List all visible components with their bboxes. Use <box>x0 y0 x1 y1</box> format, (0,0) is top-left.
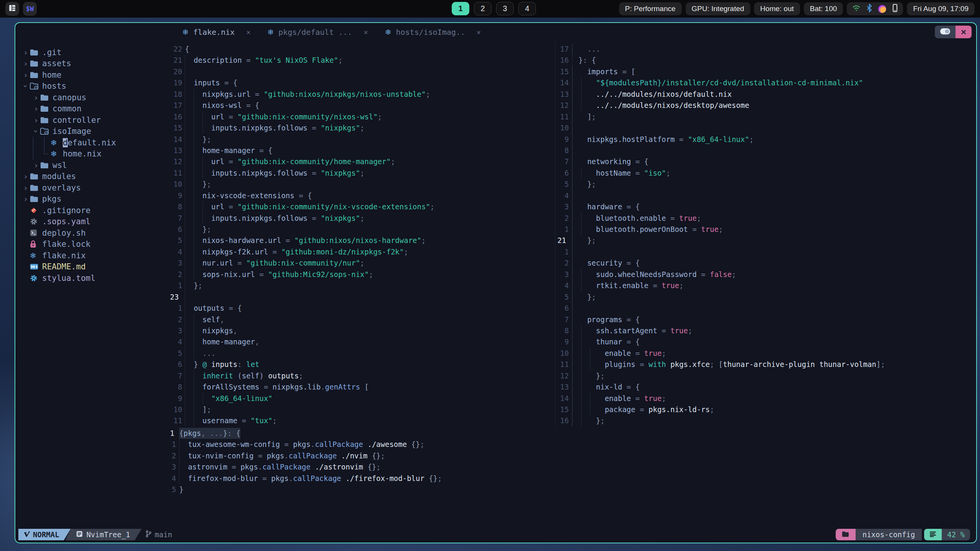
tree-item-flake-nix[interactable]: ❄flake.nix <box>15 250 168 261</box>
tree-item--gitignore[interactable]: .gitignore <box>15 205 168 216</box>
editor-pane-flake-nix[interactable]: 22{21 description = "tux's NixOS Flake";… <box>168 44 555 427</box>
indent-guide <box>590 348 590 359</box>
tab-close-icon[interactable]: × <box>477 28 481 36</box>
editor-pane-pkgs-default-nix[interactable]: 1{pkgs, ...}: {1 tux-awesome-wm-config =… <box>168 428 975 496</box>
chevron-closed-icon[interactable]: › <box>21 48 30 57</box>
tab-close-icon[interactable]: × <box>364 28 368 36</box>
workspace-button-1[interactable]: 1 <box>452 2 469 15</box>
bluetooth-icon[interactable] <box>867 4 872 14</box>
code-text: security = { <box>572 258 640 269</box>
chevron-open-icon[interactable]: › <box>31 127 41 135</box>
tab-flake-nix[interactable]: ❄flake.nix× <box>182 28 251 37</box>
tree-item-controller[interactable]: ›controller <box>15 114 168 126</box>
tab-pkgs-default-[interactable]: ❄pkgs/default ...× <box>268 28 368 37</box>
line-number: 8 <box>168 381 182 393</box>
chevron-closed-icon[interactable]: › <box>32 104 40 113</box>
tree-item-isoimage[interactable]: ›isoImage <box>15 126 168 137</box>
indent-guide <box>185 111 185 122</box>
line-number: 22 <box>168 44 182 55</box>
indent-guide <box>203 156 203 167</box>
indent-guide <box>572 66 573 77</box>
indent-guide <box>185 168 185 179</box>
code-line: 9 thunar = { <box>556 336 975 347</box>
tree-item-stylua-toml[interactable]: stylua.toml <box>15 272 168 284</box>
code-line: 10 }; <box>168 179 555 190</box>
code-text: }; <box>572 370 605 381</box>
tree-item-hosts[interactable]: ›hosts <box>15 81 168 92</box>
tree-item-home-nix[interactable]: ❄home.nix <box>15 148 168 160</box>
app-launcher-button[interactable] <box>5 2 19 16</box>
tree-item-modules[interactable]: ›modules <box>15 171 168 183</box>
tree-item-default-nix[interactable]: ❄default.nix <box>15 137 168 148</box>
terminal-icon <box>30 229 40 236</box>
code-text: thunar = { <box>572 336 640 347</box>
chevron-closed-icon[interactable]: › <box>21 194 30 204</box>
toggle-button[interactable] <box>935 26 956 38</box>
chevron-closed-icon[interactable]: › <box>21 70 30 80</box>
tree-item-overlays[interactable]: ›overlays <box>15 182 168 194</box>
workspace-button-4[interactable]: 4 <box>518 2 536 15</box>
tree-item--git[interactable]: ›.git <box>15 47 168 58</box>
line-number: 11 <box>168 168 182 179</box>
nvimtree-file-explorer[interactable]: ›.git›assets›home›hosts›canopus›common›c… <box>15 41 168 512</box>
workspace-button-3[interactable]: 3 <box>496 2 514 15</box>
code-line: 2 sops-nix.url = "github:Mic92/sops-nix"… <box>168 269 555 280</box>
code-text: home-manager = { <box>185 145 273 156</box>
chevron-open-icon[interactable]: › <box>21 82 30 90</box>
workspace-button-2[interactable]: 2 <box>474 2 492 15</box>
indent-guide <box>185 269 185 280</box>
current-line-number: 1 <box>168 428 176 439</box>
indent-guide <box>581 381 581 393</box>
code-text: hostName = "iso"; <box>572 168 670 179</box>
chevron-closed-icon[interactable]: › <box>21 59 30 68</box>
tree-item-wsl[interactable]: ›wsl <box>15 160 168 171</box>
tree-item-deploy-sh[interactable]: deploy.sh <box>15 227 168 239</box>
chevron-closed-icon[interactable]: › <box>21 172 30 181</box>
chevron-closed-icon[interactable]: › <box>32 93 40 102</box>
color-swirl-icon[interactable] <box>878 5 886 13</box>
folder-icon <box>30 173 40 180</box>
tree-item-label: README.md <box>42 262 86 271</box>
tree-item-flake-lock[interactable]: flake.lock <box>15 239 168 250</box>
tree-item-readme-md[interactable]: README.md <box>15 261 168 273</box>
tab-close-icon[interactable]: × <box>246 28 250 36</box>
indent-guide <box>572 348 573 359</box>
chevron-closed-icon[interactable]: › <box>32 161 40 170</box>
tree-item-canopus[interactable]: ›canopus <box>15 92 168 103</box>
tab-hosts-isoimag-[interactable]: ❄hosts/isoImag..× <box>385 28 481 37</box>
chevron-closed-icon[interactable]: › <box>21 183 30 192</box>
split-separator[interactable] <box>555 41 555 426</box>
indent-guide <box>572 224 573 235</box>
chevron-closed-icon[interactable]: › <box>32 116 40 125</box>
current-line-number: 21 <box>556 235 569 246</box>
tree-item-common[interactable]: ›common <box>15 103 168 115</box>
code-line: 23 <box>168 292 555 303</box>
line-number: 6 <box>168 224 182 235</box>
code-line: 5 ... <box>168 348 555 359</box>
indent-guide <box>185 100 185 111</box>
close-button[interactable]: × <box>956 26 972 38</box>
indent-guide <box>194 415 194 426</box>
wm-logo-button[interactable]: $W <box>23 2 37 16</box>
code-text: programs = { <box>572 314 640 325</box>
code-text: ]; <box>572 111 596 122</box>
indent-guide <box>590 359 590 370</box>
editor-pane-iso-default-nix[interactable]: 17 ...16}: {15 imports = [14 "${modulesP… <box>556 44 975 427</box>
tree-item-home[interactable]: ›home <box>15 69 168 81</box>
indent-guide <box>572 393 573 404</box>
code-line: 5} <box>168 484 975 495</box>
line-number: 16 <box>556 55 569 66</box>
line-number: 6 <box>556 303 569 314</box>
phone-icon[interactable] <box>892 4 898 14</box>
line-number: 21 <box>168 55 182 66</box>
indent-guide <box>185 190 185 201</box>
network-icon[interactable] <box>852 4 861 14</box>
tree-item-assets[interactable]: ›assets <box>15 58 168 70</box>
tree-item--sops-yaml[interactable]: .sops.yaml <box>15 216 168 228</box>
code-line: 3 sudo.wheelNeedsPassword = false; <box>556 269 975 280</box>
code-text <box>572 122 583 134</box>
line-number: 15 <box>556 404 569 415</box>
indent-guide <box>581 325 581 336</box>
code-text: }; <box>572 235 596 246</box>
tree-item-pkgs[interactable]: ›pkgs <box>15 194 168 205</box>
